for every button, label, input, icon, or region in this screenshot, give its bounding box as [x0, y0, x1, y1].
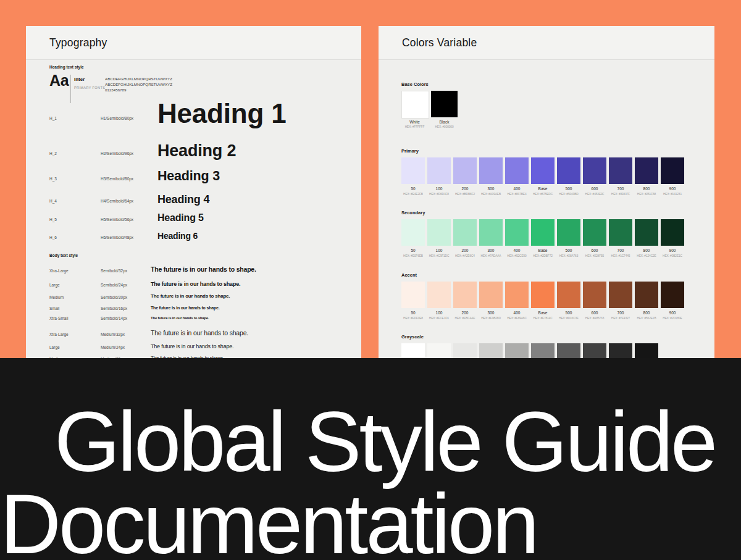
font-preview-sample: Aa: [49, 73, 69, 88]
color-swatch: [479, 219, 503, 246]
color-swatch: [427, 282, 451, 308]
color-swatch-hex: HEX: #FCE1D1: [427, 317, 451, 320]
heading-row-id: H_1: [49, 116, 57, 120]
heading-row-id: H_4: [49, 199, 57, 203]
color-swatch-hex: HEX: #A09AEB: [479, 193, 503, 196]
color-swatch-step: 600: [583, 186, 606, 191]
color-swatch: [661, 219, 684, 246]
color-swatch-hex: HEX: #837BE4: [505, 193, 529, 196]
color-swatch-step: 600: [583, 248, 606, 253]
color-swatch: [531, 282, 555, 308]
color-swatch-hex: HEX: #228F55: [583, 254, 606, 257]
color-swatch-step: 400: [505, 248, 529, 253]
color-swatch-hex: HEX: #BDB8F2: [453, 193, 477, 196]
colors-panel-header: Colors Variable: [379, 26, 714, 60]
color-swatch-step: 500: [557, 248, 580, 253]
color-swatch: [583, 219, 606, 246]
body-row-sample: The future is in our hands to shape.: [151, 294, 230, 299]
color-swatch-step: 900: [661, 186, 684, 191]
color-swatch: [583, 343, 606, 358]
color-swatch: [557, 219, 580, 246]
heading-row-spec: H4/Semibold/64px: [101, 199, 133, 203]
color-swatch-step: 200: [453, 186, 477, 191]
color-swatch: [479, 343, 503, 358]
colors-panel-title: Colors Variable: [402, 36, 477, 49]
color-swatch-hex: HEX: #124C2E: [635, 254, 658, 257]
body-row-spec: Semibold/14px: [101, 316, 127, 320]
color-group-label: Accent: [401, 272, 417, 278]
color-swatch: [531, 219, 555, 246]
body-row-id: Xtra-Large: [49, 332, 69, 336]
base-color-name: White: [401, 120, 428, 124]
color-swatch-step: 900: [661, 248, 684, 253]
color-group-label: Secondary: [401, 210, 425, 215]
color-group-label: Grayscale: [401, 334, 424, 340]
color-swatch-hex: HEX: #F89A6C: [505, 317, 529, 320]
color-swatch: [635, 219, 658, 246]
color-swatch-hex: HEX: #141231: [661, 193, 684, 196]
body-row-spec: Semibold/24px: [101, 283, 127, 287]
color-swatch-step: 300: [479, 186, 503, 191]
body-row-id: Large: [49, 283, 60, 287]
base-color-swatch: [401, 91, 429, 119]
color-swatch-hex: HEX: #562E1B: [635, 317, 658, 320]
color-swatch-hex: HEX: #1C7445: [609, 254, 632, 257]
heading-row-sample: Heading 2: [157, 143, 236, 159]
color-swatch-step: 50: [401, 311, 425, 315]
color-swatch-hex: HEX: #D16C3F: [557, 317, 580, 320]
color-swatch: [531, 157, 555, 184]
font-role-label: PRIMARY FONTS: [74, 86, 105, 90]
color-swatch-step: Base: [531, 248, 555, 253]
color-swatch: [453, 157, 477, 184]
color-swatch-step: 800: [635, 186, 658, 191]
poster-title-line2: Documentation: [0, 475, 537, 560]
color-swatch-hex: HEX: #A85733: [583, 317, 606, 320]
typography-panel: Typography Heading text styleAaInterPRIM…: [26, 26, 361, 358]
color-swatch-step: 400: [505, 186, 529, 191]
color-swatch-hex: HEX: #F7814C: [531, 317, 555, 320]
color-swatch: [583, 157, 606, 184]
heading-row-spec: H6/Semibold/48px: [101, 235, 133, 240]
body-row-id: Medium: [49, 295, 64, 299]
color-swatch: [427, 343, 451, 358]
color-swatch-step: Base: [531, 311, 555, 315]
orange-backdrop: Typography Heading text styleAaInterPRIM…: [0, 0, 741, 358]
color-swatch-hex: HEX: #7F4327: [609, 317, 632, 320]
color-swatch: [401, 157, 425, 184]
color-swatch: [505, 157, 529, 184]
color-swatch-step: 700: [609, 248, 632, 253]
heading-section-label: Heading text style: [49, 65, 84, 69]
color-swatch-hex: HEX: #39337F: [609, 193, 632, 196]
color-swatch-hex: HEX: #2D180E: [661, 317, 684, 320]
body-row-id: Xtra-Large: [49, 269, 69, 273]
body-section-label: Body text style: [49, 253, 78, 257]
color-swatch-hex: HEX: #453E9F: [583, 193, 606, 196]
body-row-spec: Medium/24px: [101, 345, 125, 349]
color-swatch: [505, 343, 529, 358]
color-swatch-hex: HEX: #A2E6C4: [453, 254, 477, 257]
color-swatch-step: Base: [531, 186, 555, 191]
color-swatch-step: 50: [401, 248, 425, 253]
color-group-label: Primary: [401, 148, 419, 154]
color-swatch-hex: HEX: #E0F6EB: [401, 254, 425, 257]
typography-panel-header: Typography: [26, 26, 361, 60]
color-swatch: [635, 343, 658, 358]
color-swatch-hex: HEX: #0B2E1C: [661, 254, 684, 257]
color-swatch: [479, 157, 503, 184]
color-swatch-step: 600: [583, 311, 606, 315]
color-swatch-step: 800: [635, 248, 658, 253]
color-swatch-hex: HEX: #FDF0E8: [401, 317, 425, 320]
color-swatch-hex: HEX: #D6D3F8: [427, 193, 451, 196]
heading-row-sample: Heading 1: [157, 100, 286, 127]
color-swatch-hex: HEX: #C9F1DC: [427, 254, 451, 257]
color-swatch: [609, 157, 632, 184]
color-swatch: [453, 343, 477, 358]
base-color-swatch: [431, 91, 458, 117]
color-swatch-hex: HEX: #E4E2FB: [401, 193, 425, 196]
heading-row-id: H_5: [49, 217, 57, 222]
color-swatch: [479, 282, 503, 308]
color-swatch-step: 700: [609, 186, 632, 191]
color-swatch-step: 500: [557, 186, 580, 191]
font-alphabet-preview: ABCDEFGHIJKLMNOPQRSTUVWXYZ ABCDEFGHIJKLM…: [105, 77, 172, 93]
base-color-hex: HEX: #FFFFFF: [401, 125, 428, 128]
